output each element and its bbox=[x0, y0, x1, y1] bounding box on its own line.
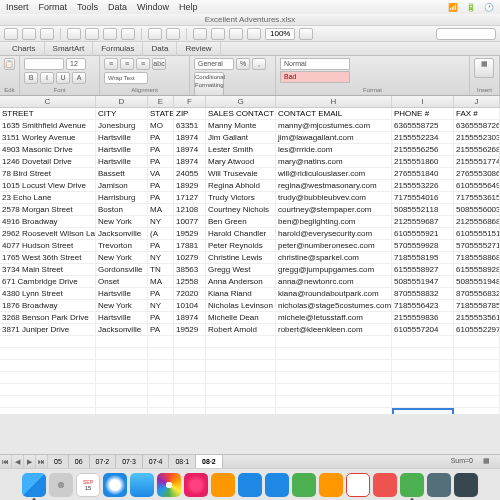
table-row[interactable]: 4903 Masonic DriveHartsvillePA18974Leste… bbox=[0, 144, 500, 156]
underline-button[interactable]: U bbox=[56, 72, 70, 84]
font-family-combo[interactable] bbox=[24, 58, 64, 70]
battery-icon[interactable]: 🔋 bbox=[466, 3, 476, 12]
bold-button[interactable]: B bbox=[24, 72, 38, 84]
table-row[interactable]: 3734 Main StreetGordonsvilleTN38563Gregg… bbox=[0, 264, 500, 276]
conditional-formatting-button[interactable]: Conditional Formatting bbox=[194, 72, 224, 96]
sort-button[interactable] bbox=[193, 28, 207, 40]
undo-button[interactable] bbox=[148, 28, 162, 40]
insert-cells-button[interactable]: ▦ bbox=[474, 58, 494, 78]
menu-item[interactable]: Format bbox=[39, 2, 68, 12]
tab-review[interactable]: Review bbox=[177, 42, 220, 56]
table-row[interactable] bbox=[0, 384, 500, 396]
table-row[interactable] bbox=[0, 336, 500, 348]
table-row[interactable]: 4380 Lynn StreetHartsvillePA72020Kiana R… bbox=[0, 288, 500, 300]
sheet-tab[interactable]: 07·3 bbox=[116, 455, 143, 469]
table-row[interactable] bbox=[0, 348, 500, 360]
orientation-button[interactable]: abc bbox=[152, 58, 166, 70]
table-row[interactable]: 2578 Morgan StreetBostonMA12108Courtney … bbox=[0, 204, 500, 216]
tab-data[interactable]: Data bbox=[143, 42, 177, 56]
table-row[interactable] bbox=[0, 360, 500, 372]
sheet-tab[interactable]: 07·4 bbox=[143, 455, 170, 469]
table-row[interactable]: 4077 Hudson StreetTrevortonPA17881Peter … bbox=[0, 240, 500, 252]
format-painter-button[interactable] bbox=[121, 28, 135, 40]
font-size-combo[interactable]: 12 bbox=[66, 58, 86, 70]
print-button[interactable] bbox=[40, 28, 54, 40]
font-color-button[interactable]: A bbox=[72, 72, 86, 84]
table-row[interactable]: 1246 Dovetail DriveHartsvillePA18974Mary… bbox=[0, 156, 500, 168]
paste-button[interactable] bbox=[103, 28, 117, 40]
itunes-icon[interactable] bbox=[184, 473, 208, 497]
zoom-combo[interactable]: 100% bbox=[265, 28, 295, 40]
launchpad-icon[interactable] bbox=[49, 473, 73, 497]
open-button[interactable] bbox=[4, 28, 18, 40]
comma-button[interactable]: , bbox=[252, 58, 266, 70]
first-sheet-button[interactable]: ⏮ bbox=[0, 455, 12, 469]
table-row[interactable] bbox=[0, 372, 500, 384]
italic-button[interactable]: I bbox=[40, 72, 54, 84]
table-row[interactable]: 4916 BroadwayNew YorkNY10077Ben Greenben… bbox=[0, 216, 500, 228]
table-row[interactable]: 3268 Benson Park DriveHartsvillePA18974M… bbox=[0, 312, 500, 324]
table-row[interactable]: 3871 Juniper DriveJacksonvillePA19529Rob… bbox=[0, 324, 500, 336]
table-row[interactable] bbox=[0, 408, 500, 414]
photos-icon[interactable] bbox=[157, 473, 181, 497]
sheet-tab[interactable]: 05 bbox=[48, 455, 69, 469]
table-row[interactable]: 23 Echo LaneHarrisburgPA17127Trudy Victo… bbox=[0, 192, 500, 204]
finder-icon[interactable] bbox=[22, 473, 46, 497]
view-normal-button[interactable]: ▦ bbox=[483, 454, 490, 468]
save-button[interactable] bbox=[22, 28, 36, 40]
column-headers[interactable]: C D E F G H I J bbox=[0, 96, 500, 108]
excel-icon[interactable] bbox=[400, 473, 424, 497]
table-row[interactable]: 1876 BroadwayNew YorkNY10104Nicholas Lev… bbox=[0, 300, 500, 312]
table-row[interactable]: 1015 Locust View DriveJamisonPA18929Regi… bbox=[0, 180, 500, 192]
cut-button[interactable] bbox=[67, 28, 81, 40]
table-row[interactable]: 78 Bird StreetBassettVA24055Will Truseva… bbox=[0, 168, 500, 180]
sheet-tab[interactable]: 06 bbox=[69, 455, 90, 469]
safari-icon[interactable] bbox=[103, 473, 127, 497]
appstore-icon[interactable] bbox=[238, 473, 262, 497]
menu-item[interactable]: Data bbox=[108, 2, 127, 12]
table-row[interactable]: 2962 Roosevelt Wilson LaneJacksonville(A… bbox=[0, 228, 500, 240]
filter-button[interactable] bbox=[211, 28, 225, 40]
numbers-icon[interactable] bbox=[292, 473, 316, 497]
tab-smartart[interactable]: SmartArt bbox=[45, 42, 94, 56]
paste-big-button[interactable]: 📋 bbox=[4, 58, 15, 70]
table-row[interactable]: 3151 Worley AvenueHartsvillePA18974Jim G… bbox=[0, 132, 500, 144]
tab-formulas[interactable]: Formulas bbox=[93, 42, 143, 56]
table-row[interactable]: 1765 West 36th StreetNew YorkNY10279Chri… bbox=[0, 252, 500, 264]
last-sheet-button[interactable]: ⏭ bbox=[36, 455, 48, 469]
calendar-icon[interactable]: SEP15 bbox=[76, 473, 100, 497]
quicktime-icon[interactable] bbox=[454, 473, 478, 497]
style-bad[interactable]: Bad bbox=[280, 71, 350, 83]
percent-button[interactable]: % bbox=[236, 58, 250, 70]
menu-item[interactable]: Insert bbox=[6, 2, 29, 12]
ibooks-icon[interactable] bbox=[211, 473, 235, 497]
menu-item[interactable]: Help bbox=[179, 2, 198, 12]
redo-button[interactable] bbox=[166, 28, 180, 40]
pocket-icon[interactable] bbox=[373, 473, 397, 497]
zoom-fit-button[interactable] bbox=[299, 28, 313, 40]
preview-icon[interactable] bbox=[427, 473, 451, 497]
prev-sheet-button[interactable]: ◀ bbox=[12, 455, 24, 469]
clock-icon[interactable]: 🕐 bbox=[484, 3, 494, 12]
tab-charts[interactable]: Charts bbox=[4, 42, 45, 56]
table-row[interactable] bbox=[0, 396, 500, 408]
table-row[interactable]: 671 Cambridge DriveOnsetMA12558Anna Ande… bbox=[0, 276, 500, 288]
style-normal[interactable]: Normal bbox=[280, 58, 350, 70]
chart-button[interactable] bbox=[229, 28, 243, 40]
align-center-button[interactable]: ≡ bbox=[120, 58, 134, 70]
align-left-button[interactable]: ≡ bbox=[104, 58, 118, 70]
next-sheet-button[interactable]: ▶ bbox=[24, 455, 36, 469]
sheet-tab[interactable]: 08·1 bbox=[169, 455, 196, 469]
sheet-tab[interactable]: 08·2 bbox=[196, 455, 223, 469]
copy-button[interactable] bbox=[85, 28, 99, 40]
pages-icon[interactable] bbox=[319, 473, 343, 497]
help-button[interactable] bbox=[247, 28, 261, 40]
wrap-text-button[interactable]: Wrap Text bbox=[104, 72, 148, 84]
number-format-combo[interactable]: General bbox=[194, 58, 234, 70]
keynote-icon[interactable] bbox=[265, 473, 289, 497]
menu-item[interactable]: Tools bbox=[77, 2, 98, 12]
sheet-tab[interactable]: 07·2 bbox=[90, 455, 117, 469]
wunderlist-icon[interactable] bbox=[346, 473, 370, 497]
spreadsheet-grid[interactable]: C D E F G H I J STREETCITYSTATEZIPSALES … bbox=[0, 96, 500, 414]
wifi-icon[interactable]: 📶 bbox=[448, 3, 458, 12]
